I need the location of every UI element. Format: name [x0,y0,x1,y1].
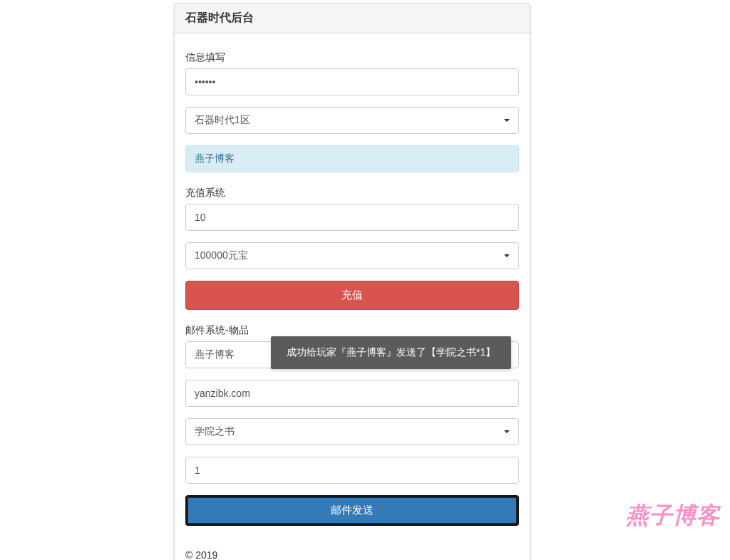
player-highlight-field[interactable]: 燕子博客 [185,145,519,172]
watermark-text: 燕子博客 [626,500,720,532]
panel-title: 石器时代后台 [185,11,519,26]
mail-item-select-value: 学院之书 [195,425,235,439]
server-select[interactable]: 石器时代1区 [185,107,519,134]
yuanbao-select[interactable]: 100000元宝 [185,242,519,269]
admin-panel: 石器时代后台 信息填写 石器时代1区 燕子博客 充值系统 100000元宝 充值… [174,3,530,560]
mail-section-label: 邮件系统-物品 [185,324,519,337]
mail-item-select[interactable]: 学院之书 [185,418,519,445]
password-input[interactable] [185,68,519,95]
caret-down-icon [504,430,510,433]
panel-header: 石器时代后台 [175,4,530,33]
info-section-label: 信息填写 [185,51,519,64]
recharge-amount-input[interactable] [185,204,519,231]
caret-down-icon [504,254,510,257]
caret-down-icon [504,119,510,122]
mail-send-button[interactable]: 邮件发送 [185,495,519,526]
mail-qty-input[interactable] [185,457,519,484]
success-toast: 成功给玩家『燕子博客』发送了【学院之书*1】 [271,336,511,369]
mail-domain-input[interactable] [185,380,519,407]
footer-copyright: © 2019 [175,549,530,560]
recharge-button[interactable]: 充值 [185,281,519,310]
yuanbao-select-value: 100000元宝 [195,249,248,263]
player-highlight-value: 燕子博客 [195,152,235,166]
panel-body: 信息填写 石器时代1区 燕子博客 充值系统 100000元宝 充值 邮件系统-物… [175,33,530,549]
server-select-value: 石器时代1区 [195,113,250,128]
recharge-section-label: 充值系统 [185,187,519,199]
